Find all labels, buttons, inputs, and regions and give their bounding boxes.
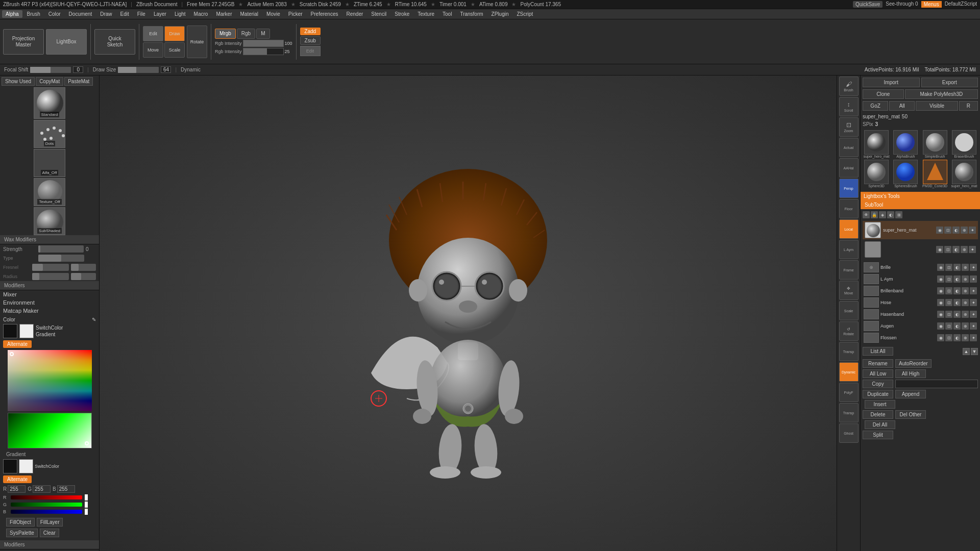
- ib-actual-btn[interactable]: Actual: [839, 138, 859, 157]
- zadd-button[interactable]: Zadd: [300, 28, 321, 35]
- lb-lock-flossen[interactable]: ⊡: [945, 334, 952, 341]
- lb-lock-laym[interactable]: ⊡: [945, 276, 952, 283]
- sys-palette-button[interactable]: SysPalette: [6, 529, 38, 537]
- split-button[interactable]: Split: [863, 431, 893, 439]
- list-all-button[interactable]: List All: [863, 347, 893, 356]
- import-button[interactable]: Import: [863, 78, 920, 87]
- clone-button[interactable]: Clone: [863, 89, 904, 99]
- mat-thumb-5[interactable]: [864, 160, 889, 184]
- gradient-start-swatch[interactable]: [3, 459, 17, 473]
- ib-zoom-btn[interactable]: ⊡ Zoom: [839, 117, 859, 137]
- st-color-1[interactable]: ◐: [952, 227, 960, 234]
- append-button[interactable]: Append: [895, 390, 926, 398]
- lb-x-bb[interactable]: ✦: [970, 287, 977, 294]
- lb-item-brille[interactable]: ◎ Brille ◉ ⊡ ◐ ⊕ ✦: [863, 262, 978, 273]
- menu-light[interactable]: Light: [171, 10, 189, 18]
- alternate-button2[interactable]: Alternate: [3, 475, 32, 483]
- st-color-2[interactable]: ◐: [952, 246, 960, 253]
- mrgb-button[interactable]: Mrgb: [215, 29, 236, 39]
- menu-material[interactable]: Material: [237, 10, 262, 18]
- goz-button[interactable]: GoZ: [863, 101, 888, 111]
- lb-x-laym[interactable]: ✦: [970, 276, 977, 283]
- fill-object-button[interactable]: FillObject: [6, 518, 35, 527]
- mat-thumb-subshaded[interactable]: SubShaded: [34, 207, 65, 235]
- lb-w-bb[interactable]: ⊕: [962, 287, 969, 294]
- paste-input[interactable]: Paste: [895, 380, 978, 388]
- see-through[interactable]: See-through 0: [886, 1, 918, 8]
- mat-thumb-6[interactable]: [893, 160, 918, 184]
- st-lock-1[interactable]: ⊡: [944, 227, 951, 234]
- alternate-button[interactable]: Alternate: [3, 340, 32, 348]
- mat-thumb-7[interactable]: [923, 160, 947, 184]
- gradient-end-swatch[interactable]: [19, 459, 33, 473]
- lb-x-augen[interactable]: ✦: [970, 322, 977, 330]
- projection-master-button[interactable]: ProjectionMaster: [3, 29, 44, 55]
- all-button[interactable]: All: [889, 101, 915, 111]
- ib-local-btn[interactable]: Local: [839, 219, 859, 239]
- menu-stencil[interactable]: Stencil: [368, 10, 390, 18]
- exponent-slider[interactable]: [71, 264, 96, 271]
- fresnel-slider[interactable]: [32, 264, 69, 271]
- lb-c-brille[interactable]: ◐: [953, 264, 961, 271]
- background-color-swatch[interactable]: [19, 324, 34, 338]
- menu-preferences[interactable]: Preferences: [307, 10, 342, 18]
- g-input[interactable]: 255: [33, 485, 51, 493]
- ib-dynamic-btn[interactable]: Dynamic: [839, 362, 859, 382]
- show-used-button[interactable]: Show Used: [2, 77, 35, 86]
- copy-button[interactable]: Copy: [863, 380, 893, 388]
- menu-document[interactable]: Document: [65, 10, 96, 18]
- export-button[interactable]: Export: [921, 78, 978, 87]
- subtool-item-2[interactable]: ◉ ⊡ ◐ ⊕ ✦: [863, 240, 978, 259]
- matcap-maker-row[interactable]: Matcap Maker: [0, 307, 99, 315]
- type-slider[interactable]: [38, 255, 84, 262]
- subtool-item-1[interactable]: super_hero_mat ◉ ⊡ ◐ ⊕ ✦: [863, 221, 978, 239]
- ib-move-btn[interactable]: ✥ Move: [839, 281, 859, 300]
- lb-item-hose[interactable]: Hose ◉ ⊡ ◐ ⊕ ✦: [863, 297, 978, 308]
- lb-eye-brille[interactable]: ◉: [937, 264, 944, 271]
- rename-button[interactable]: Rename: [863, 359, 893, 368]
- eye-icon-1[interactable]: 👁: [863, 211, 870, 218]
- st-eye-2[interactable]: ◉: [936, 246, 943, 253]
- menu-brush[interactable]: Brush: [23, 10, 44, 18]
- ib-frame-btn[interactable]: Frame: [839, 260, 859, 280]
- auto-reorder-button[interactable]: AutoReorder: [895, 359, 932, 368]
- quicksave-btn[interactable]: QuickSave: [853, 1, 883, 8]
- ib-transp2-btn[interactable]: Transp: [839, 403, 859, 422]
- menu-zscript[interactable]: ZScript: [513, 10, 537, 18]
- ib-floor-btn[interactable]: Floor: [839, 199, 859, 218]
- menu-alpha[interactable]: Alpha: [2, 10, 22, 18]
- r-slider[interactable]: [11, 495, 82, 499]
- switch-color-label2[interactable]: SwitchColor: [35, 464, 59, 469]
- quick-sketch-button[interactable]: QuickSketch: [94, 29, 135, 55]
- st-wire-1[interactable]: ⊕: [961, 227, 968, 234]
- list-down-icon[interactable]: ▼: [971, 348, 978, 355]
- radius-slider[interactable]: [32, 273, 69, 280]
- rotate-tool-button[interactable]: Rotate: [187, 26, 207, 58]
- menu-file[interactable]: File: [134, 10, 149, 18]
- lb-item-laym[interactable]: L Aym ◉ ⊡ ◐ ⊕ ✦: [863, 273, 978, 285]
- draw-size-slider[interactable]: [118, 67, 159, 73]
- lb-c-augen[interactable]: ◐: [953, 322, 961, 330]
- zsub-button[interactable]: Zsub: [300, 36, 321, 45]
- lb-c-flossen[interactable]: ◐: [953, 334, 961, 341]
- visible-button[interactable]: Visible: [916, 101, 958, 111]
- lightbox-tools-header[interactable]: Lightbox's Tools: [861, 192, 980, 201]
- duplicate-button[interactable]: Duplicate: [863, 390, 893, 398]
- b-input[interactable]: 255: [57, 485, 75, 493]
- ib-transp-btn[interactable]: Transp: [839, 342, 859, 361]
- pastemat-button[interactable]: PasteMat: [64, 77, 93, 86]
- lb-eye-augen[interactable]: ◉: [937, 322, 944, 330]
- wire-icon-1[interactable]: ⊞: [895, 211, 902, 218]
- menu-macro[interactable]: Macro: [190, 10, 212, 18]
- move-tool-button[interactable]: Move: [143, 42, 163, 58]
- mesh-icon-1[interactable]: ◈: [879, 211, 886, 218]
- lb-x-brille[interactable]: ✦: [970, 264, 977, 271]
- make-polymesh-button[interactable]: Make PolyMesh3D: [905, 89, 978, 99]
- default-zscript[interactable]: DefaultZScript: [945, 1, 977, 8]
- switch-color-label[interactable]: SwitchColor: [36, 325, 63, 331]
- focal-shift-slider[interactable]: [30, 67, 71, 73]
- all-low-button[interactable]: All Low: [863, 369, 893, 378]
- ib-ghost-btn[interactable]: Ghost: [839, 423, 859, 443]
- lb-x-flossen[interactable]: ✦: [970, 334, 977, 341]
- st-lock-2[interactable]: ⊡: [944, 246, 951, 253]
